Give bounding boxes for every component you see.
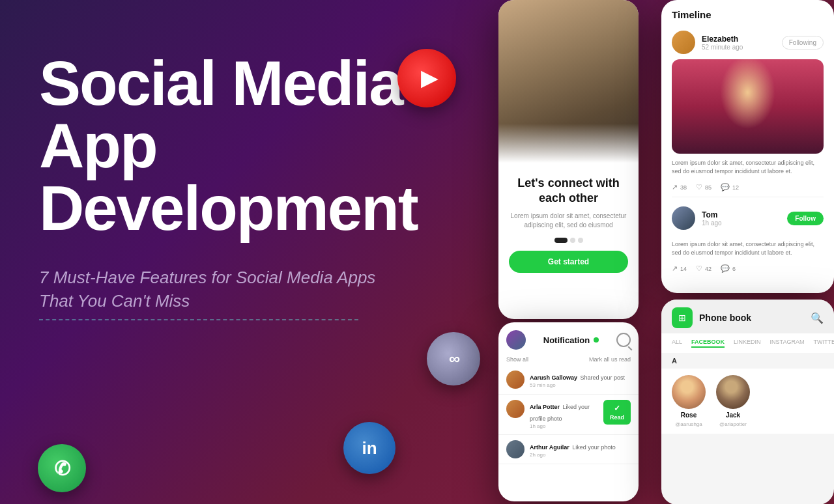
search-icon[interactable] xyxy=(616,333,631,347)
youtube-icon[interactable] xyxy=(397,49,456,107)
contact-avatar-rose xyxy=(672,375,706,409)
dot-2 xyxy=(570,238,575,243)
tab-all[interactable]: ALL xyxy=(672,339,682,348)
notif-name-3: Arthur Aguilar xyxy=(530,444,569,451)
whatsapp-symbol: ✆ xyxy=(54,457,70,480)
dot-3 xyxy=(578,238,583,243)
dashed-separator xyxy=(39,319,358,320)
like-action-1[interactable]: ♡ 85 xyxy=(696,183,712,191)
like-action-2[interactable]: ♡ 42 xyxy=(696,264,712,273)
connect-text: Lorem ipsum dolor sit amet, consectetur … xyxy=(509,212,628,230)
user-avatar xyxy=(506,330,526,350)
contact-rose[interactable]: Rose @aarushga xyxy=(672,375,706,427)
timeline-username-2: Tom xyxy=(702,210,781,219)
timeline-user-info-1: Elezabeth 52 minute ago xyxy=(702,35,775,51)
notification-item-2: Arla Potter Liked your profile photo 1h … xyxy=(498,395,639,435)
linkedin-symbol: in xyxy=(362,438,377,458)
notification-dot xyxy=(594,337,599,343)
timeline-caption-1: Lorem ipsum dolor sit amet, consectetur … xyxy=(661,154,834,180)
phone-notification-mockup: Notification Show all Mark all us read A… xyxy=(498,322,639,501)
notif-action-1: Shared your post xyxy=(580,374,625,381)
comment-icon: 💬 xyxy=(721,183,730,191)
phone-connect-mockup: Let's connect with each other Lorem ipsu… xyxy=(498,0,639,319)
contact-avatar-jack xyxy=(716,375,750,409)
timeline-divider xyxy=(672,197,824,197)
timeline-time-1: 52 minute ago xyxy=(702,44,775,51)
contact-handle-jack: @arlapotter xyxy=(719,421,747,427)
share-icon-2: ↗ xyxy=(672,264,678,273)
share-action-2[interactable]: ↗ 14 xyxy=(672,264,687,273)
tab-instagram[interactable]: INSTAGRAM xyxy=(770,339,805,348)
share-count-2: 14 xyxy=(680,266,687,272)
timeline-username-1: Elezabeth xyxy=(702,35,775,44)
notification-item-1: Aarush Galloway Shared your post 53 min … xyxy=(498,365,639,395)
phonebook-section-a: A xyxy=(661,353,834,369)
phone1-content: Let's connect with each other Lorem ipsu… xyxy=(498,163,639,283)
comment-action-2[interactable]: 💬 6 xyxy=(721,264,736,273)
linkedin-icon[interactable]: in xyxy=(343,422,395,474)
notification-subrow: Show all Mark all us read xyxy=(498,354,639,365)
comment-count-1: 12 xyxy=(732,184,739,191)
like-count-1: 85 xyxy=(705,184,712,191)
contact-jack[interactable]: Jack @arlapotter xyxy=(716,375,750,427)
timeline-photo-inner xyxy=(672,59,824,154)
hero-subtitle: 7 Must-Have Features for Social Media Ap… xyxy=(39,266,397,313)
notif-text-2: Arla Potter Liked your profile photo 1h … xyxy=(530,400,598,429)
notif-name-2: Arla Potter xyxy=(530,404,560,410)
comment-action-1[interactable]: 💬 12 xyxy=(721,183,739,191)
notification-item-3: Arthur Aguilar Liked your photo 2h ago xyxy=(498,435,639,464)
phone1-photo xyxy=(498,0,639,163)
whatsapp-icon[interactable]: ✆ xyxy=(38,444,86,492)
comment-count-2: 6 xyxy=(732,266,736,272)
avatar-rose-img xyxy=(672,375,706,409)
notif-text-1: Aarush Galloway Shared your post 53 min … xyxy=(530,371,631,388)
share-count-1: 38 xyxy=(680,184,687,191)
show-all-link[interactable]: Show all xyxy=(506,356,528,363)
tab-linkedin[interactable]: LINKEDIN xyxy=(734,339,761,348)
comment-icon-2: 💬 xyxy=(721,264,730,273)
timeline-user-info-2: Tom 1h ago xyxy=(702,210,781,227)
timeline-photo-1 xyxy=(672,59,824,154)
meta-icon[interactable]: ∞ xyxy=(427,332,480,385)
phone-phonebook-mockup: ⊞ Phone book 🔍 ALL FACEBOOK LINKEDIN INS… xyxy=(661,300,834,504)
timeline-caption-2: Lorem ipsum dolor sit amet, consectetur … xyxy=(661,235,834,262)
phonebook-tabs: ALL FACEBOOK LINKEDIN INSTAGRAM TWITTE..… xyxy=(661,333,834,353)
timeline-avatar-2 xyxy=(672,206,695,230)
meta-symbol: ∞ xyxy=(449,350,458,368)
notif-avatar-3 xyxy=(506,440,525,458)
like-count-2: 42 xyxy=(705,266,712,272)
contact-handle-rose: @aarushga xyxy=(675,421,702,427)
heart-icon-2: ♡ xyxy=(696,264,702,273)
notif-avatar-2 xyxy=(506,400,525,418)
notif-avatar-1 xyxy=(506,371,525,389)
carousel-dots xyxy=(509,238,628,243)
phonebook-header: ⊞ Phone book 🔍 xyxy=(661,300,834,333)
timeline-user-row-2: Tom 1h ago Follow xyxy=(661,203,834,235)
dot-active xyxy=(554,238,568,243)
notification-label: Notification xyxy=(543,335,599,345)
phonebook-contacts: Rose @aarushga Jack @arlapotter xyxy=(661,369,834,434)
phonebook-logo: ⊞ xyxy=(672,307,693,328)
timeline-avatar-1 xyxy=(672,31,695,54)
follow-button[interactable]: Follow xyxy=(787,212,824,225)
notif-time-3: 2h ago xyxy=(530,452,631,458)
avatar-jack-img xyxy=(716,375,750,409)
get-started-button[interactable]: Get started xyxy=(509,251,628,273)
notification-header: Notification xyxy=(498,322,639,354)
timeline-time-2: 1h ago xyxy=(702,219,781,227)
read-button[interactable]: ✓ Read xyxy=(603,400,631,425)
contact-name-jack: Jack xyxy=(726,412,740,419)
grid-icon: ⊞ xyxy=(678,313,686,323)
mark-all-read-link[interactable]: Mark all us read xyxy=(589,356,631,363)
connect-title: Let's connect with each other xyxy=(509,176,628,206)
following-badge[interactable]: Following xyxy=(782,36,824,49)
share-action-1[interactable]: ↗ 38 xyxy=(672,183,687,191)
tab-facebook[interactable]: FACEBOOK xyxy=(691,339,725,348)
tab-twitter[interactable]: TWITTE... xyxy=(813,339,834,348)
heart-icon: ♡ xyxy=(696,183,702,191)
share-icon: ↗ xyxy=(672,183,678,191)
timeline-user-row-1: Elezabeth 52 minute ago Following xyxy=(661,27,834,59)
notif-time-2: 1h ago xyxy=(530,423,598,429)
phonebook-search-icon[interactable]: 🔍 xyxy=(811,312,824,324)
contact-name-rose: Rose xyxy=(681,412,697,419)
